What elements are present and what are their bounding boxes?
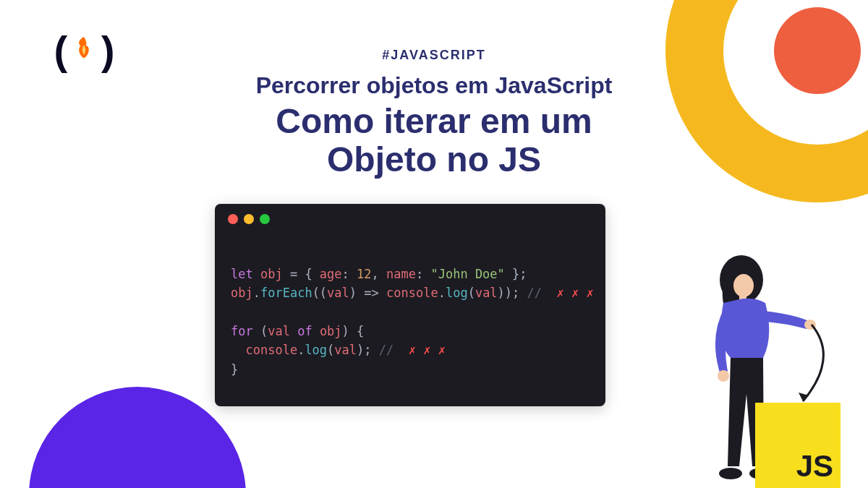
code-content: let obj = { age: 12, name: "John Doe" };… — [231, 265, 594, 379]
close-dot-icon — [228, 214, 238, 224]
svg-point-5 — [719, 468, 742, 479]
decorative-purple-circle — [29, 387, 246, 488]
window-controls — [228, 214, 270, 224]
maximize-dot-icon — [260, 214, 270, 224]
title-line-1: Como iterar em um — [276, 102, 592, 140]
svg-point-1 — [733, 274, 754, 297]
article-title: Como iterar em um Objeto no JS — [0, 103, 868, 179]
minimize-dot-icon — [244, 214, 254, 224]
article-subtitle: Percorrer objetos em JavaScript — [0, 72, 868, 99]
js-logo-text: JS — [796, 449, 833, 484]
code-editor: let obj = { age: 12, name: "John Doe" };… — [215, 204, 605, 406]
category-hashtag: #JAVASCRIPT — [0, 48, 868, 63]
title-line-2: Objeto no JS — [327, 140, 541, 179]
js-logo-box: JS — [755, 403, 841, 488]
svg-point-3 — [718, 370, 729, 382]
